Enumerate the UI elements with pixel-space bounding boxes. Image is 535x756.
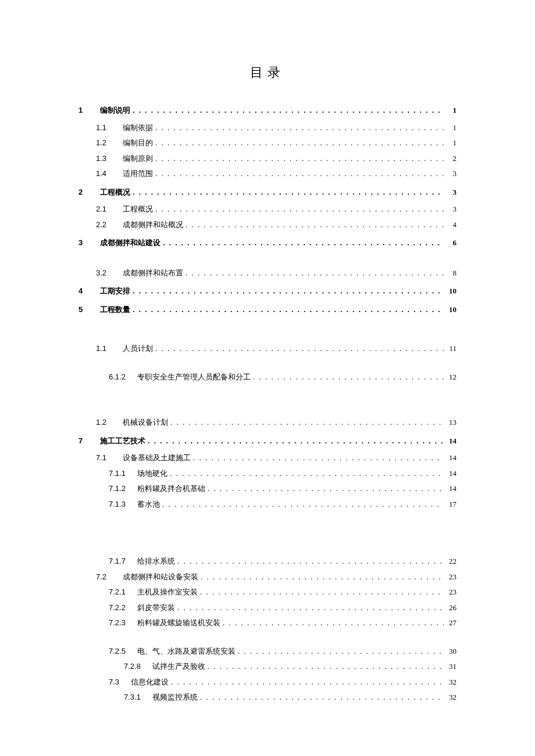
toc-entry-label: 成都侧拌和站建设 bbox=[100, 237, 160, 249]
toc-leader-dots bbox=[200, 586, 444, 598]
toc-entry-number: 7.2 bbox=[96, 571, 106, 583]
toc-entry-number: 7.1.7 bbox=[109, 556, 126, 567]
toc-entry-label: 信息化建设 bbox=[131, 676, 169, 688]
toc-entry-number: 6.1.2 bbox=[109, 371, 126, 383]
toc-entry-number: 7 bbox=[79, 435, 83, 447]
toc-leader-dots bbox=[155, 137, 444, 149]
toc-entry-label: 蓄水池 bbox=[137, 499, 160, 510]
toc-entry-number: 2 bbox=[79, 187, 83, 198]
toc-entry: 1.3编制原则2 bbox=[79, 153, 456, 164]
toc-entry-label: 给排水系统 bbox=[137, 556, 175, 567]
toc-entry-label: 适用范围 bbox=[123, 168, 153, 180]
toc-entry-number: 1.2 bbox=[96, 417, 106, 428]
toc-entry-label: 电、气、水路及避雷系统安装 bbox=[137, 646, 236, 657]
toc-entry-number: 7.1.1 bbox=[109, 468, 126, 479]
toc-entry: 2工程概况3 bbox=[79, 187, 456, 198]
toc-entry: 7.2成都侧拌和站设备安装23 bbox=[79, 571, 456, 583]
toc-entry-page: 26 bbox=[446, 602, 456, 614]
toc-entry-number: 1.3 bbox=[96, 153, 106, 164]
toc-entry-number: 7.1.2 bbox=[109, 483, 126, 495]
toc-entry-label: 工期安排 bbox=[100, 285, 130, 297]
toc-entry-page: 14 bbox=[446, 435, 456, 447]
toc-entry-page: 32 bbox=[446, 676, 456, 688]
toc-leader-dots bbox=[170, 417, 444, 428]
toc-entry-page: 2 bbox=[446, 153, 456, 164]
toc-leader-dots bbox=[186, 219, 444, 231]
toc-entry: 1编制说明1 bbox=[79, 105, 456, 116]
toc-leader-dots bbox=[133, 285, 444, 297]
toc-leader-dots bbox=[170, 468, 444, 479]
toc-entry-label: 编制目的 bbox=[123, 137, 153, 149]
toc-entry-page: 3 bbox=[446, 168, 456, 180]
toc-gap bbox=[79, 386, 456, 417]
toc-entry-label: 视频监控系统 bbox=[152, 691, 198, 703]
toc-entry-page: 30 bbox=[446, 646, 456, 657]
toc-leader-dots bbox=[238, 646, 444, 657]
toc-entry-number: 7.1 bbox=[96, 452, 106, 464]
toc-entry-label: 编制依据 bbox=[123, 122, 153, 134]
toc-leader-dots bbox=[208, 661, 444, 672]
toc-entry: 3成都侧拌和站建设6 bbox=[79, 237, 456, 249]
toc-entry-page: 1 bbox=[446, 105, 456, 116]
toc-entry: 5工程数量10 bbox=[79, 304, 456, 316]
toc-entry-page: 22 bbox=[446, 556, 456, 567]
toc-leader-dots bbox=[186, 267, 444, 279]
toc-entry-page: 3 bbox=[446, 187, 456, 198]
toc-leader-dots bbox=[155, 343, 444, 354]
toc-entry: 7.3信息化建设32 bbox=[79, 676, 456, 688]
toc-entry: 4工期安排10 bbox=[79, 285, 456, 297]
toc-entry: 1.1编制依据1 bbox=[79, 122, 456, 134]
toc-entry-page: 17 bbox=[446, 499, 456, 510]
toc-entry-number: 5 bbox=[79, 304, 83, 316]
toc-leader-dots bbox=[162, 499, 444, 510]
toc-entry-page: 8 bbox=[446, 267, 456, 279]
toc-entry-label: 机械设备计划 bbox=[123, 417, 168, 428]
toc-leader-dots bbox=[177, 602, 444, 614]
toc-entry-number: 1.4 bbox=[96, 168, 106, 180]
toc-entry-label: 专职安全生产管理人员配备和分工 bbox=[137, 371, 251, 383]
toc-leader-dots bbox=[223, 617, 444, 629]
toc-entry-number: 1.1 bbox=[96, 122, 106, 134]
toc-leader-dots bbox=[155, 153, 444, 164]
toc-leader-dots bbox=[253, 371, 444, 383]
toc-entry-number: 7.2.3 bbox=[109, 617, 126, 629]
toc-entry: 1.2编制目的1 bbox=[79, 137, 456, 149]
toc-entry: 7.2.1主机及操作室安装23 bbox=[79, 586, 456, 598]
toc-entry: 7.2.2斜皮带安装26 bbox=[79, 602, 456, 614]
toc-leader-dots bbox=[171, 676, 444, 688]
toc-gap bbox=[79, 359, 456, 371]
toc-entry-label: 工程数量 bbox=[100, 304, 130, 316]
toc-leader-dots bbox=[148, 435, 444, 447]
toc-entry-number: 2.1 bbox=[96, 203, 106, 215]
toc-entry-page: 10 bbox=[446, 285, 456, 297]
toc-entry-page: 14 bbox=[446, 468, 456, 479]
toc-entry: 7.1.3蓄水池17 bbox=[79, 499, 456, 510]
toc-entry-page: 13 bbox=[446, 417, 456, 428]
toc-entry-number: 7.3.1 bbox=[124, 691, 141, 703]
toc-leader-dots bbox=[208, 483, 444, 495]
toc-entry-label: 主机及操作室安装 bbox=[137, 586, 198, 598]
toc-entry-label: 施工工艺技术 bbox=[100, 435, 145, 447]
toc-entry-label: 工程概况 bbox=[100, 187, 130, 198]
toc-leader-dots bbox=[155, 203, 444, 215]
toc-leader-dots bbox=[133, 187, 444, 198]
toc-entry-number: 7.3 bbox=[109, 676, 119, 688]
toc-entry-number: 7.2.2 bbox=[109, 602, 126, 614]
toc-entry: 7.2.8试拌生产及验收31 bbox=[79, 661, 456, 672]
toc-entry-page: 11 bbox=[446, 343, 456, 354]
table-of-contents: 1编制说明11.1编制依据11.2编制目的11.3编制原则21.4适用范围32工… bbox=[79, 105, 456, 703]
toc-entry-page: 12 bbox=[446, 371, 456, 383]
toc-entry-number: 7.1.3 bbox=[109, 499, 126, 510]
toc-entry-page: 32 bbox=[446, 691, 456, 703]
toc-entry-number: 7.2.8 bbox=[124, 661, 141, 672]
toc-entry-label: 成都侧拌和站布置 bbox=[123, 267, 183, 279]
toc-leader-dots bbox=[201, 571, 444, 583]
toc-entry-number: 3.2 bbox=[96, 267, 106, 279]
page-title: 目录 bbox=[79, 64, 456, 81]
toc-entry-label: 粉料罐及螺旋输送机安装 bbox=[137, 617, 220, 629]
toc-entry-number: 4 bbox=[79, 285, 83, 297]
toc-entry: 7.1.7给排水系统22 bbox=[79, 556, 456, 567]
toc-entry-page: 1 bbox=[446, 122, 456, 134]
toc-entry: 7.2.3粉料罐及螺旋输送机安装27 bbox=[79, 617, 456, 629]
toc-entry-page: 14 bbox=[446, 483, 456, 495]
